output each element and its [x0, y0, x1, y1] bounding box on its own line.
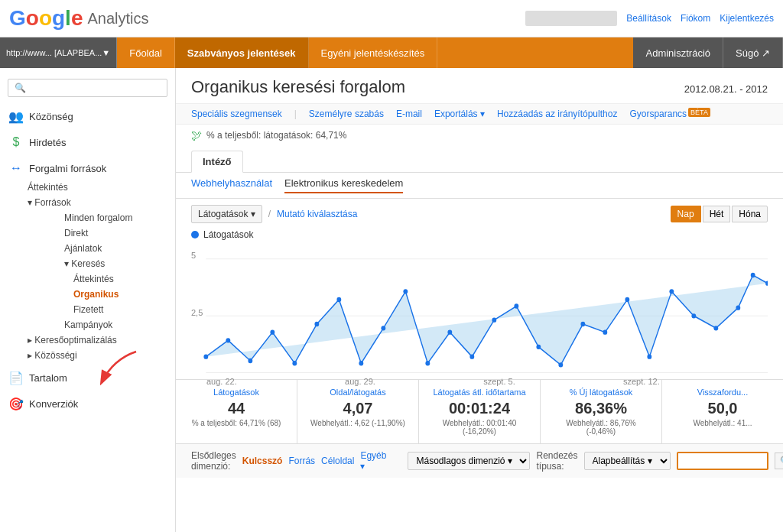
- nav-tab-help[interactable]: Súgó ↗: [723, 37, 783, 68]
- sub-tab-ecommerce[interactable]: Elektronikus kereskedelem: [284, 177, 403, 193]
- chart-svg: [191, 251, 768, 373]
- sidebar-item-kozossegi[interactable]: ▸ Közösségi: [28, 348, 175, 363]
- svg-point-8: [292, 361, 297, 365]
- site-selector[interactable]: http://www... [ALAPBEA...▼: [0, 37, 117, 68]
- svg-point-27: [713, 326, 718, 330]
- sidebar-item-minden[interactable]: Minden forgalom: [28, 210, 175, 225]
- sidebar-item-traffic[interactable]: ↔ Forgalmi források: [0, 157, 175, 180]
- sidebar-label-conversions: Konverziók: [29, 398, 78, 410]
- x-label-4: szept. 12.: [623, 377, 660, 386]
- stat-value-0: 44: [188, 400, 284, 417]
- svg-point-17: [492, 317, 496, 322]
- chart-y-mid: 2,5: [191, 308, 203, 317]
- chart-y-max: 5: [191, 251, 196, 260]
- sidebar-section-advertising: $ Hirdetés: [0, 131, 175, 154]
- sidebar-item-kereses[interactable]: ▾ Keresés: [28, 256, 175, 271]
- metric-link[interactable]: Mutató kiválasztása: [277, 209, 357, 219]
- btn-special-segments[interactable]: Speciális szegmensek: [191, 109, 282, 119]
- nav-tab-standard[interactable]: Szabványos jelentések: [175, 37, 309, 68]
- stat-sub-3: Webhelyátl.: 86,76% (-0,46%): [553, 419, 649, 436]
- percent-icon: 🕊: [191, 129, 202, 141]
- chart-area: Látogatások 5 2,5: [176, 229, 783, 373]
- stat-label-1[interactable]: Oldal/látogatás: [310, 388, 406, 397]
- btn-email[interactable]: E-mail: [396, 109, 422, 119]
- stat-label-3[interactable]: % Új látogatások: [553, 388, 649, 397]
- sidebar-item-conversions[interactable]: 🎯 Konverziók: [0, 392, 175, 415]
- percent-text: % a teljesből: látogatások: 64,71%: [206, 130, 346, 141]
- secondary-dim-select[interactable]: Másodlagos dimenzió ▾: [408, 452, 530, 470]
- date-range: 2012.08.21. - 2012: [684, 83, 768, 95]
- stat-value-3: 86,36%: [553, 400, 649, 417]
- dim-kulcsszo[interactable]: Kulcsszó: [242, 456, 283, 466]
- stat-value-4: 50,0: [674, 400, 771, 417]
- rendezestipusa-select[interactable]: Alapbeállítás ▾: [584, 452, 671, 470]
- stat-oldal-latogatas: Oldal/látogatás 4,07 Webhelyátl.: 4,62 (…: [297, 380, 419, 443]
- nav-tab-custom[interactable]: Egyéni jelentéskészítés: [309, 37, 438, 68]
- metric-selector[interactable]: Látogatások ▾: [191, 205, 262, 223]
- sidebar-item-advertising[interactable]: $ Hirdetés: [0, 131, 175, 154]
- svg-point-22: [603, 329, 607, 334]
- stat-sub-0: % a teljesből: 64,71% (68): [188, 419, 284, 427]
- account-link[interactable]: Fiókom: [681, 13, 710, 24]
- period-btn-month[interactable]: Hóna: [732, 206, 768, 222]
- period-btn-day[interactable]: Nap: [671, 206, 701, 222]
- sidebar-item-keresooptimalizalas[interactable]: ▸ Keresőoptimalizálás: [28, 332, 175, 348]
- stat-sub-4: Webhelyátl.: 41...: [674, 419, 771, 427]
- account-selector[interactable]: [525, 11, 617, 26]
- search-input[interactable]: [29, 83, 161, 93]
- chart-legend: Látogatások: [191, 229, 768, 240]
- sidebar-item-ajanlatok[interactable]: Ajánlatok: [28, 241, 175, 256]
- nav-tab-home[interactable]: Főoldal: [117, 37, 175, 68]
- btn-add-dashboard[interactable]: Hozzáadás az irányítópulthoz: [497, 109, 617, 119]
- sidebar-item-content[interactable]: 📄 Tartalom: [0, 366, 175, 389]
- page-title: Organikus keresési forgalom: [191, 77, 405, 97]
- btn-shortcut[interactable]: GyorsparancsBÉTA: [629, 109, 710, 119]
- sidebar-item-organikus[interactable]: Organikus: [28, 287, 175, 302]
- svg-marker-3: [206, 275, 768, 365]
- nav-tabs: Főoldal Szabványos jelentések Egyéni jel…: [117, 37, 437, 68]
- stat-value-2: 00:01:24: [431, 400, 528, 417]
- audience-icon: 👥: [9, 109, 23, 123]
- sub-tab-webhelyhasznalat[interactable]: Webhelyhasználat: [191, 177, 272, 193]
- sidebar-item-direkt[interactable]: Direkt: [28, 225, 175, 241]
- sidebar-item-attekintes[interactable]: Áttekintés: [28, 180, 175, 195]
- table-search-input[interactable]: [677, 452, 768, 470]
- sidebar-item-audience[interactable]: 👥 Közönség: [0, 105, 175, 128]
- nav-tab-admin[interactable]: Adminisztráció: [633, 37, 723, 68]
- svg-point-24: [647, 354, 651, 358]
- tab-intező[interactable]: Intéző: [191, 151, 243, 173]
- stat-label-2[interactable]: Látogatás átl. időtartama: [431, 388, 528, 397]
- stat-label-0[interactable]: Látogatások: [188, 388, 284, 397]
- sidebar-item-fizetett[interactable]: Fizetett: [28, 302, 175, 317]
- stat-label-4[interactable]: Visszafordu...: [674, 388, 771, 397]
- sidebar-item-kereses-attekintes[interactable]: Áttekintés: [28, 271, 175, 287]
- x-label-3: szept. 5.: [483, 377, 515, 386]
- sidebar-search[interactable]: 🔍: [8, 79, 167, 97]
- sidebar-label-advertising: Hirdetés: [29, 137, 66, 148]
- stat-sub-1: Webhelyátl.: 4,62 (-11,90%): [310, 419, 406, 427]
- settings-link[interactable]: Beállítások: [626, 13, 671, 24]
- sidebar-item-kampanyok[interactable]: Kampányok: [28, 317, 175, 332]
- header-logo: Google Analytics: [9, 6, 149, 31]
- percent-bar: 🕊 % a teljesből: látogatások: 64,71%: [176, 125, 783, 146]
- chart-x-labels: aug. 22. aug. 29. szept. 5. szept. 12.: [191, 375, 768, 386]
- google-logo: Google: [9, 6, 83, 31]
- sidebar-label-content: Tartalom: [29, 372, 67, 384]
- dim-egyeb[interactable]: Egyéb ▾: [360, 450, 386, 472]
- table-search-button[interactable]: 🔍: [775, 453, 783, 469]
- svg-point-15: [447, 329, 452, 334]
- logout-link[interactable]: Kijelentkezés: [720, 13, 774, 24]
- btn-personalize[interactable]: Személyre szabás: [309, 109, 384, 119]
- sidebar-item-forrasok[interactable]: ▾ Források: [28, 195, 175, 210]
- svg-point-14: [425, 361, 430, 365]
- svg-point-6: [248, 358, 252, 363]
- svg-point-26: [691, 313, 696, 318]
- chart-controls: Látogatások ▾ / Mutató kiválasztása Nap …: [176, 199, 783, 229]
- dim-celoldal[interactable]: Céloldal: [321, 456, 354, 466]
- period-btn-week[interactable]: Hét: [703, 206, 731, 222]
- stats-row: Látogatások 44 % a teljesből: 64,71% (68…: [176, 379, 783, 443]
- btn-export[interactable]: Exportálás ▾: [434, 109, 485, 119]
- dim-forras[interactable]: Forrás: [288, 456, 315, 466]
- svg-point-11: [359, 361, 363, 365]
- header: Google Analytics Beállítások Fiókom Kije…: [0, 0, 783, 37]
